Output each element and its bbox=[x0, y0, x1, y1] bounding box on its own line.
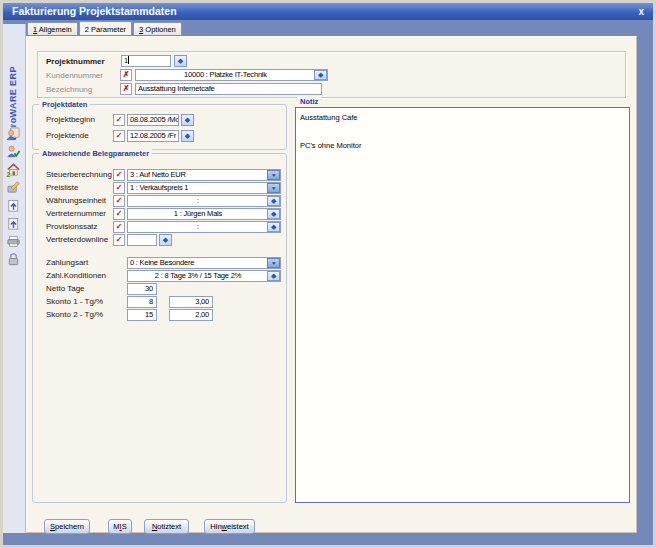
bezeichnung-clear-icon[interactable]: ✗ bbox=[120, 83, 132, 95]
nettotage-value: 30 bbox=[145, 284, 153, 293]
projektbeginn-spinner[interactable]: ◆ bbox=[181, 114, 194, 126]
belegparameter-group: Abweichende Belegparameter Steuerberechn… bbox=[32, 153, 287, 503]
home-icon[interactable]: 2 bbox=[6, 162, 21, 177]
close-icon[interactable]: x bbox=[638, 4, 644, 19]
projektnummer-spinner[interactable]: ◆ bbox=[174, 55, 187, 67]
zahlkonditionen-input[interactable]: 2 : 8 Tage 3% / 15 Tage 2%◆ bbox=[127, 270, 281, 282]
projekt-header-group: Projektnummer 1 ◆ Kundennummer ✗ 10000 :… bbox=[37, 51, 626, 98]
vertreternummer-input[interactable]: 1 : Jürgen Mals◆ bbox=[127, 208, 281, 220]
skonto1-prozent-input[interactable]: 3,00 bbox=[169, 296, 213, 308]
waehrungseinheit-checkbox[interactable]: ✓ bbox=[113, 195, 125, 207]
projektbeginn-value: 08.08.2005 /Mo bbox=[130, 115, 179, 124]
zahlungsart-combo[interactable]: 0 : Keine Besondere▼ bbox=[127, 257, 281, 269]
edit-tools-icon[interactable] bbox=[6, 180, 21, 195]
skonto1-tage-input[interactable]: 8 bbox=[127, 296, 157, 308]
tab-allgemein[interactable]: 1 Allgemein bbox=[27, 22, 78, 35]
steuerberechnung-dropdown-icon[interactable]: ▼ bbox=[267, 170, 280, 180]
button-label-part: otiztext bbox=[157, 522, 181, 531]
preisliste-value: 1 : Verkaufspreis 1 bbox=[130, 183, 188, 192]
tab-optionen[interactable]: 3 Optionen bbox=[133, 22, 182, 35]
preisliste-label: Preisliste bbox=[46, 182, 78, 194]
projektnummer-input[interactable]: 1 bbox=[121, 55, 171, 67]
kundennummer-value: 10000 : Platzke IT-Technik bbox=[184, 70, 267, 79]
text-caret bbox=[128, 56, 129, 64]
bezeichnung-value: Ausstattung Internetcafe bbox=[138, 84, 215, 93]
projektende-checkbox[interactable]: ✓ bbox=[113, 130, 125, 142]
projektdaten-group: Projektdaten Projektbeginn ✓ 08.08.2005 … bbox=[32, 104, 287, 150]
steuerberechnung-combo[interactable]: 3 : Auf Netto EUR▼ bbox=[127, 169, 281, 181]
projektende-spinner[interactable]: ◆ bbox=[181, 130, 194, 142]
waehrungseinheit-spinner[interactable]: ◆ bbox=[267, 196, 280, 206]
lock-icon[interactable] bbox=[6, 252, 21, 267]
waehrungseinheit-value: : bbox=[197, 196, 199, 205]
preisliste-combo[interactable]: 1 : Verkaufspreis 1▼ bbox=[127, 182, 281, 194]
brand-logo: BüroWARE ERP bbox=[8, 32, 18, 140]
skonto2-tage-input[interactable]: 15 bbox=[127, 309, 157, 321]
belegparameter-legend: Abweichende Belegparameter bbox=[39, 149, 152, 158]
provisionssatz-checkbox[interactable]: ✓ bbox=[113, 221, 125, 233]
button-label-part: Hin bbox=[210, 522, 221, 531]
projektbeginn-input[interactable]: 08.08.2005 /Mo bbox=[127, 114, 179, 126]
projektnummer-label: Projektnummer bbox=[46, 56, 105, 68]
doc-send-icon[interactable] bbox=[6, 216, 21, 231]
zahlungsart-dropdown-icon[interactable]: ▼ bbox=[267, 258, 280, 268]
projektende-value: 12.08.2005 /Fr bbox=[130, 131, 176, 140]
waehrungseinheit-input[interactable]: :◆ bbox=[127, 195, 281, 207]
zahlkonditionen-spinner[interactable]: ◆ bbox=[267, 271, 280, 281]
skonto2-prozent-input[interactable]: 2,00 bbox=[169, 309, 213, 321]
speichern-button[interactable]: Speichern bbox=[44, 519, 90, 534]
tab-bar: 1 Allgemein 2 Parameter 3 Optionen bbox=[27, 22, 182, 36]
tab-page-parameter: Projektnummer 1 ◆ Kundennummer ✗ 10000 :… bbox=[26, 36, 637, 533]
provisionssatz-value: : bbox=[197, 222, 199, 231]
user-check-icon[interactable] bbox=[6, 144, 21, 159]
notiz-line bbox=[300, 125, 625, 139]
sidebar: BüroWARE ERP 2 bbox=[3, 24, 26, 533]
zahlungsart-label: Zahlungsart bbox=[46, 257, 88, 269]
tab-label-part: Allgemein bbox=[37, 25, 72, 34]
hinweistext-button[interactable]: Hinweistext bbox=[204, 519, 255, 534]
bezeichnung-label: Bezeichnung bbox=[46, 84, 92, 96]
skonto1-label: Skonto 1 - Tg/% bbox=[46, 296, 103, 308]
provisionssatz-spinner[interactable]: ◆ bbox=[267, 222, 280, 232]
vertreternummer-value: 1 : Jürgen Mals bbox=[174, 209, 222, 218]
vertreterdownline-spinner[interactable]: ◆ bbox=[159, 234, 172, 246]
preisliste-checkbox[interactable]: ✓ bbox=[113, 182, 125, 194]
projektende-input[interactable]: 12.08.2005 /Fr bbox=[127, 130, 179, 142]
mis-button[interactable]: MIS bbox=[108, 519, 132, 534]
user-card-icon[interactable] bbox=[6, 126, 21, 141]
bezeichnung-input[interactable]: Ausstattung Internetcafe bbox=[135, 83, 322, 95]
notiz-line: Ausstattung Cafe bbox=[300, 111, 625, 125]
printer-icon[interactable] bbox=[6, 234, 21, 249]
notiz-legend: Notiz bbox=[297, 97, 321, 106]
vertreternummer-spinner[interactable]: ◆ bbox=[267, 209, 280, 219]
projektdaten-legend: Projektdaten bbox=[39, 100, 90, 109]
projektbeginn-checkbox[interactable]: ✓ bbox=[113, 114, 125, 126]
vertreterdownline-input[interactable] bbox=[127, 234, 157, 246]
skonto2-tage-value: 15 bbox=[145, 310, 153, 319]
tab-label-part: 2 Parameter bbox=[85, 25, 126, 34]
window-title: Fakturierung Projektstammdaten bbox=[12, 5, 177, 17]
button-label-part: peichern bbox=[55, 522, 84, 531]
sidebar-toolbar: 2 bbox=[6, 126, 21, 267]
steuerberechnung-checkbox[interactable]: ✓ bbox=[113, 169, 125, 181]
doc-export-icon[interactable] bbox=[6, 198, 21, 213]
preisliste-dropdown-icon[interactable]: ▼ bbox=[267, 183, 280, 193]
vertreternummer-checkbox[interactable]: ✓ bbox=[113, 208, 125, 220]
button-label-part: eistext bbox=[227, 522, 249, 531]
zahlkonditionen-value: 2 : 8 Tage 3% / 15 Tage 2% bbox=[155, 271, 241, 280]
notiz-textarea[interactable]: Ausstattung Cafe PC's ohne Monitor bbox=[295, 107, 630, 503]
kundennummer-combo[interactable]: 10000 : Platzke IT-Technik◆ bbox=[135, 69, 328, 81]
tab-parameter[interactable]: 2 Parameter bbox=[79, 21, 132, 35]
notiztext-button[interactable]: Notiztext bbox=[144, 519, 189, 534]
projektbeginn-label: Projektbeginn bbox=[46, 114, 95, 126]
vertreterdownline-label: Vertreterdownline bbox=[46, 234, 108, 246]
provisionssatz-input[interactable]: :◆ bbox=[127, 221, 281, 233]
steuerberechnung-value: 3 : Auf Netto EUR bbox=[130, 170, 186, 179]
tab-label-part: Optionen bbox=[143, 25, 176, 34]
vertreterdownline-checkbox[interactable]: ✓ bbox=[113, 234, 125, 246]
skonto1-prozent-value: 3,00 bbox=[195, 297, 209, 306]
skonto1-tage-value: 8 bbox=[149, 297, 153, 306]
kundennummer-clear-icon[interactable]: ✗ bbox=[120, 69, 132, 81]
kundennummer-spinner[interactable]: ◆ bbox=[314, 70, 327, 80]
nettotage-input[interactable]: 30 bbox=[127, 283, 157, 295]
